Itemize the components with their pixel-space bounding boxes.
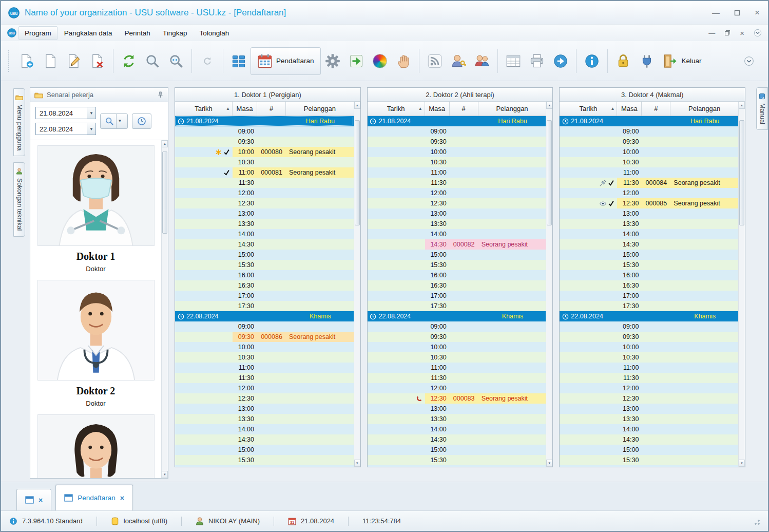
date-from-input[interactable]: 21.08.2024 ▼ [35,107,96,119]
time-slot-row[interactable]: 15:30 [175,455,354,465]
appearance-button[interactable] [368,47,392,75]
scroll-down-icon[interactable]: ▼ [739,460,745,467]
info-icon[interactable] [9,517,17,525]
info-button[interactable] [580,47,604,75]
pin-icon[interactable] [157,91,164,98]
chevron-down-icon[interactable]: ▼ [116,114,124,128]
appointment-row[interactable]: 12:30000085Seorang pesakit [560,198,738,208]
column-header-pelanggan[interactable]: Pelanggan [670,102,738,116]
scrollbar-thumb[interactable] [355,120,360,225]
time-slot-row[interactable]: 12:00 [560,188,738,198]
time-slot-row[interactable]: 14:30 [175,434,354,445]
time-slot-row[interactable]: 13:00 [175,404,354,414]
time-slot-row[interactable]: 12:00 [175,188,354,198]
forward-button[interactable] [549,47,572,75]
time-slot-row[interactable]: 09:30 [560,137,738,147]
time-slot-row[interactable]: 16:00 [560,270,738,280]
chevron-down-icon[interactable]: ▼ [87,123,95,135]
menu-perintah[interactable]: Perintah [119,27,156,40]
time-slot-row[interactable]: 10:00 [368,147,546,157]
time-slot-row[interactable]: 09:00 [368,321,546,332]
time-slot-row[interactable]: 17:00 [560,291,738,301]
employees-scrollbar[interactable]: ▲ ▼ [161,140,168,478]
time-slot-row[interactable]: 12:00 [368,188,546,198]
time-slot-row[interactable]: 16:30 [368,280,546,291]
time-slot-row[interactable]: 13:30 [175,219,354,229]
time-slot-row[interactable]: 09:00 [368,126,546,137]
mdi-restore-icon[interactable] [724,30,730,36]
add-record-button[interactable] [15,47,39,75]
time-slot-row[interactable]: 11:00 [560,167,738,178]
scrollbar-thumb[interactable] [547,120,552,225]
time-slot-row[interactable]: 15:00 [368,445,546,455]
work-time-button[interactable] [132,113,151,129]
day-clock-icon[interactable] [368,118,379,125]
time-slot-row[interactable]: 15:30 [368,260,546,270]
time-slot-row[interactable]: 14:00 [175,229,354,239]
time-slot-row[interactable]: 16:00 [560,465,738,467]
appointment-row[interactable]: 10:00000080Seorang pesakit [175,147,354,157]
toolbar-options-circle-icon[interactable] [737,47,761,75]
time-slot-row[interactable]: 17:30 [368,301,546,311]
scroll-down-icon[interactable]: ▼ [546,460,552,467]
vertical-scrollbar[interactable]: ▲▼ [738,102,745,467]
audit-button[interactable] [196,47,219,75]
time-slot-row[interactable]: 12:30 [560,393,738,404]
day-header-row[interactable]: 21.08.2024Hari Rabu [560,116,738,126]
time-slot-row[interactable]: 11:30 [560,373,738,383]
menu-options-circle-icon[interactable] [754,29,762,37]
day-clock-icon[interactable] [560,313,571,320]
day-header-row[interactable]: 22.08.2024Khamis [175,311,354,321]
time-slot-row[interactable]: 13:30 [560,414,738,424]
registration-button[interactable]: Pendaftaran [251,47,321,75]
time-slot-row[interactable]: 16:00 [175,270,354,280]
day-clock-icon[interactable] [560,118,571,125]
scroll-up-icon[interactable]: ▲ [546,102,552,109]
time-slot-row[interactable]: 10:30 [560,352,738,363]
time-slot-row[interactable]: 11:30 [175,373,354,383]
time-slot-row[interactable]: 13:00 [368,404,546,414]
vertical-scrollbar[interactable]: ▲▼ [354,102,360,467]
time-slot-row[interactable]: 15:30 [368,455,546,465]
time-slot-row[interactable]: 17:00 [368,291,546,301]
search-employees-button[interactable]: ▼ [100,113,128,129]
column-header-number[interactable]: # [642,102,670,116]
appointment-row[interactable]: 11:30000084Seorang pesakit [560,178,738,188]
column-header-tarikh[interactable]: Tarikh▲ [175,102,233,116]
day-header-row[interactable]: 22.08.2024Khamis [368,311,546,321]
appointment-row[interactable]: 11:00000081Seorang pesakit [175,167,354,178]
appointment-row[interactable]: 14:30000082Seorang pesakit [368,239,546,250]
time-slot-row[interactable]: 15:00 [560,250,738,260]
time-slot-row[interactable]: 09:00 [175,126,354,137]
time-slot-row[interactable]: 09:30 [175,137,354,147]
tab-menu-pengguna[interactable]: Menu pengguna [13,88,25,156]
hand-button[interactable] [392,47,415,75]
time-slot-row[interactable]: 16:00 [175,465,354,467]
tab-manual[interactable]: ? Manual [756,87,768,130]
time-slot-row[interactable]: 09:00 [560,126,738,137]
close-button[interactable]: × [755,8,760,17]
time-slot-row[interactable]: 09:00 [560,321,738,332]
time-slot-row[interactable]: 12:30 [175,393,354,404]
employee-card[interactable]: Doktor 1Doktor [30,140,161,273]
time-slot-row[interactable]: 13:00 [560,208,738,219]
day-header-row[interactable]: 22.08.2024Khamis [560,311,738,321]
edit-record-button[interactable] [62,47,86,75]
time-slot-row[interactable]: 11:30 [175,178,354,188]
time-slot-row[interactable]: 17:30 [560,301,738,311]
appointment-row[interactable]: 12:30000083Seorang pesakit [368,393,546,404]
time-slot-row[interactable]: 14:00 [560,424,738,434]
window-tab[interactable]: × [16,489,51,510]
column-header-masa[interactable]: Masa [425,102,450,116]
delete-record-button[interactable] [86,47,109,75]
time-slot-row[interactable]: 13:30 [368,219,546,229]
time-slot-row[interactable]: 14:00 [368,229,546,239]
menu-tingkap[interactable]: Tingkap [157,27,193,40]
time-slot-row[interactable]: 14:00 [368,424,546,434]
time-slot-row[interactable]: 13:00 [175,208,354,219]
time-slot-row[interactable]: 12:30 [175,198,354,208]
time-slot-row[interactable]: 15:00 [175,250,354,260]
exit-button[interactable]: Keluar [659,47,706,75]
close-tab-icon[interactable]: × [39,496,43,504]
scroll-down-icon[interactable]: ▼ [354,460,360,467]
